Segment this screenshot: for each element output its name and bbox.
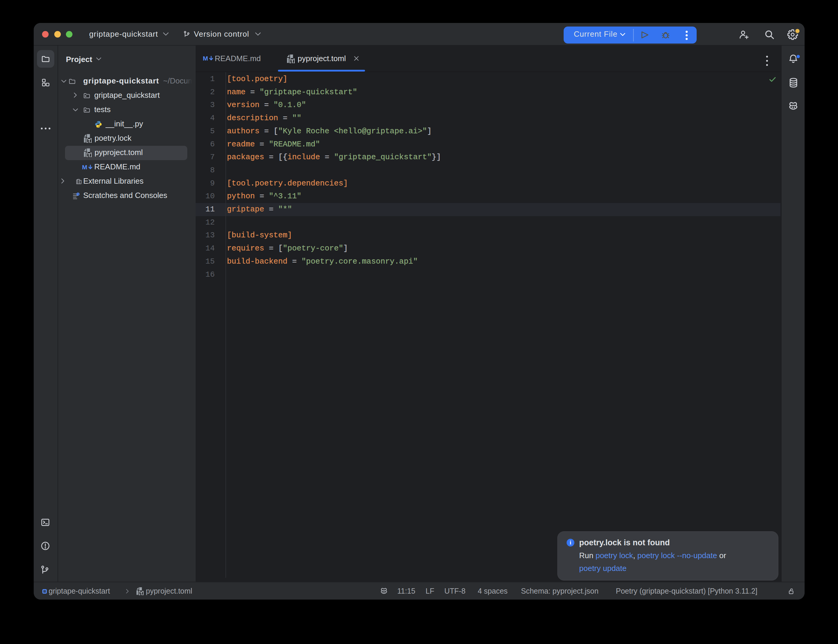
svg-text:M: M	[82, 164, 87, 171]
svg-text:M: M	[203, 55, 208, 62]
